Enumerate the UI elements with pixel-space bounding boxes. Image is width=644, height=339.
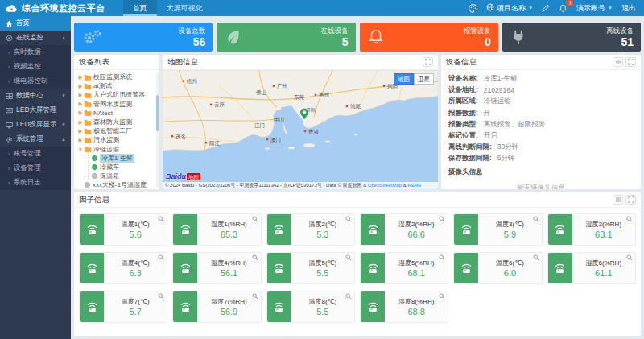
caret-collapsed-icon[interactable]: ▶ <box>77 137 84 143</box>
magnifier-icon[interactable] <box>626 216 633 222</box>
chevron-down-icon: ▼ <box>61 93 66 98</box>
magnifier-icon[interactable] <box>252 293 258 300</box>
magnifier-icon[interactable] <box>158 254 164 261</box>
magnifier-icon[interactable] <box>345 293 352 300</box>
map-fullscreen-icon[interactable] <box>423 57 433 67</box>
device-settings-icon[interactable] <box>613 57 623 67</box>
field-label: 保存数据间隔: <box>448 154 492 163</box>
tree-scrollbar[interactable] <box>156 72 159 188</box>
device-info-panel: 设备信息 设备名称:冷库1-生鲜设备地址:21029164所属区域:冷链运输报警… <box>441 55 641 189</box>
chevron-right-icon: › <box>8 78 10 85</box>
caret-collapsed-icon[interactable]: ▶ <box>77 110 84 116</box>
field-label: 标记位置: <box>448 131 478 141</box>
factor-label: 温度4(℃) <box>122 258 150 267</box>
folder-icon <box>84 128 92 134</box>
sidebar-item-7[interactable]: LED投屏显示▼ <box>0 118 71 132</box>
sidebar-item-5[interactable]: 数据中心▼ <box>0 89 71 103</box>
magnifier-icon[interactable] <box>533 216 539 222</box>
account-selector[interactable]: 演示账号 ▼ <box>576 3 613 14</box>
magnifier-icon[interactable] <box>158 293 164 300</box>
sidebar-item-3[interactable]: ›视频监控 <box>0 60 71 74</box>
theme-palette-icon[interactable] <box>469 4 477 13</box>
factors-title: 因子信息 <box>79 195 109 205</box>
sidebar-item-8[interactable]: 系统管理▲ <box>0 132 71 147</box>
alarm-bell-icon[interactable]: 1 <box>559 4 568 13</box>
factor-card-10: 温度6(℃)6.0 <box>453 252 542 284</box>
sidebar-item-label: 账号管理 <box>14 149 41 159</box>
tree-scrollbar-thumb[interactable] <box>156 95 159 131</box>
tree-node-9[interactable]: 冷库1-生鲜 <box>88 154 158 163</box>
tree-node-3[interactable]: ▶管网水质监测 <box>77 100 158 109</box>
map-type-satellite-button[interactable]: 卫星 <box>414 73 434 85</box>
stat-card-0: 设备总数56 <box>74 23 213 52</box>
map-header: 地图信息 <box>163 55 438 70</box>
tree-node-label: 校园监测系统 <box>93 72 132 81</box>
sidebar-item-0[interactable]: 首页 <box>0 16 71 31</box>
tree-node-2[interactable]: ▶入户式防汛报警器 <box>77 90 158 99</box>
tree-node-8[interactable]: ▼冷链运输 <box>77 145 158 154</box>
magnifier-icon[interactable] <box>345 254 352 261</box>
sidebar-item-1[interactable]: 在线监控▲ <box>0 31 71 45</box>
sidebar-item-10[interactable]: ›设备管理 <box>0 161 71 176</box>
caret-collapsed-icon[interactable]: ▶ <box>77 83 84 89</box>
sidebar-item-9[interactable]: ›账号管理 <box>0 147 71 161</box>
tree-node-12[interactable]: xxx大楼-1号温湿度 <box>77 180 158 188</box>
sidebar-item-11[interactable]: ›系统日志 <box>0 176 71 190</box>
tree-node-11[interactable]: 保温箱 <box>88 172 158 180</box>
map-type-map-button[interactable]: 地图 <box>394 73 414 85</box>
nav-tab-bigscreen[interactable]: 大屏可视化 <box>157 0 213 16</box>
caret-expanded-icon[interactable]: ▼ <box>77 147 84 152</box>
main-content: 设备总数56在线设备5报警设备0离线设备51 设备列表 ▶校园监测系统▶at测试… <box>71 16 644 339</box>
factor-card-12: 温度7(℃)5.7 <box>79 291 167 323</box>
logout-button[interactable]: 退出 <box>621 3 636 14</box>
sidebar-item-6[interactable]: LED大屏管理 <box>0 103 71 118</box>
caret-collapsed-icon[interactable]: ▶ <box>77 119 84 126</box>
tree-node-7[interactable]: ▶污水监测 <box>77 135 158 144</box>
magnifier-icon[interactable] <box>252 254 258 261</box>
tree-node-5[interactable]: ▶森林防火监测 <box>77 118 158 126</box>
project-selector[interactable]: 项目名称 ▼ <box>486 3 533 14</box>
factor-value: 5.3 <box>316 229 328 239</box>
top-nav: 首页 大屏可视化 <box>123 0 213 16</box>
device-info-row-7: 保存数据间隔:5分钟 <box>441 153 641 164</box>
tree-node-6[interactable]: ▶极氪智能工厂 <box>77 126 158 135</box>
factor-label: 温度8(℃) <box>308 297 336 306</box>
sidebar-item-4[interactable]: ›继电器控制 <box>0 74 71 89</box>
osm-link[interactable]: OpenStreetMap <box>368 183 402 188</box>
screen-icon <box>5 122 13 129</box>
tree-node-4[interactable]: ▶NAtest <box>77 109 158 118</box>
field-label: 报警类型: <box>448 120 478 130</box>
tree-node-10[interactable]: 冷藏车 <box>88 163 158 172</box>
magnifier-icon[interactable] <box>252 216 258 222</box>
magnifier-icon[interactable] <box>439 216 445 222</box>
edit-icon[interactable] <box>542 4 550 12</box>
magnifier-icon[interactable] <box>439 254 445 261</box>
factor-value: 65.3 <box>221 229 237 239</box>
field-label: 报警数据: <box>448 109 478 118</box>
caret-collapsed-icon[interactable]: ▶ <box>77 74 84 81</box>
here-link[interactable]: HERE <box>408 183 422 188</box>
factor-label: 湿度3(%RH) <box>586 220 621 229</box>
magnifier-icon[interactable] <box>158 216 164 222</box>
map-canvas[interactable]: 梧州云浮广州佛山东莞惠州汕尾揭阳潮州中山江门深圳香港澳门阳江茂名 地图 卫星 B… <box>163 70 438 189</box>
svg-text:阳江: 阳江 <box>209 140 220 147</box>
nav-tab-home[interactable]: 首页 <box>123 0 157 16</box>
device-info-fullscreen-icon[interactable] <box>625 57 636 67</box>
device-info-title: 设备信息 <box>446 57 477 68</box>
caret-collapsed-icon[interactable]: ▶ <box>77 92 84 98</box>
caret-collapsed-icon[interactable]: ▶ <box>77 101 84 107</box>
gear-icon <box>5 136 13 143</box>
tree-node-1[interactable]: ▶at测试 <box>77 81 158 90</box>
sidebar-item-2[interactable]: ›实时数据 <box>0 45 71 60</box>
factor-label: 湿度5(%RH) <box>398 258 434 267</box>
magnifier-icon[interactable] <box>626 254 633 261</box>
factors-list-icon[interactable] <box>613 195 623 205</box>
factors-fullscreen-icon[interactable] <box>625 195 636 205</box>
factor-card-5: 湿度3(%RH)63.1 <box>547 213 636 246</box>
tree-node-0[interactable]: ▶校园监测系统 <box>77 72 158 81</box>
magnifier-icon[interactable] <box>439 293 445 300</box>
magnifier-icon[interactable] <box>533 254 539 261</box>
caret-collapsed-icon[interactable]: ▶ <box>77 128 84 134</box>
magnifier-icon[interactable] <box>345 216 352 222</box>
led-icon <box>5 107 13 114</box>
